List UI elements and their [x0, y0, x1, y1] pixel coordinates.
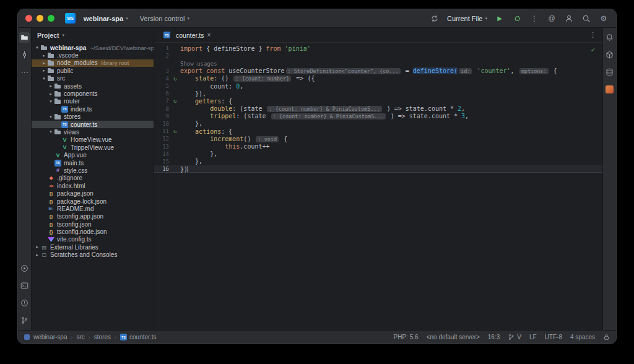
tree-item-views[interactable]: ▾views — [32, 128, 154, 136]
chevron-right-icon[interactable]: ▸ — [48, 92, 54, 97]
tree-item-tsconfig-node-json[interactable]: {}tsconfig.node.json — [32, 228, 154, 235]
code-with-me-icon[interactable]: @ — [547, 14, 557, 24]
code-token — [180, 75, 195, 82]
inspections-ok-icon[interactable]: ✓ — [591, 46, 595, 54]
chevron-down-icon[interactable]: ▾ — [48, 99, 54, 104]
gutter-action-icon[interactable]: ↻ — [170, 98, 180, 104]
tree-item-assets[interactable]: ▸assets — [32, 82, 154, 90]
git-toolwindow-icon[interactable] — [19, 315, 30, 326]
tree-item-homeview-vue[interactable]: VHomeView.vue — [32, 136, 154, 144]
code-token: defineStore( — [413, 67, 458, 74]
readonly-lock-icon[interactable] — [603, 334, 610, 340]
search-icon[interactable] — [581, 14, 591, 24]
ide-window: WS webinar-spa ▾ Version control ▾ Curre… — [17, 9, 617, 344]
tree-item-trippelview-vue[interactable]: VTrippelView.vue — [32, 144, 154, 151]
tree-item-sublabel: library root — [102, 59, 129, 66]
breadcrumb-item-counter-ts[interactable]: TScounter.ts — [120, 334, 156, 340]
settings-gear-icon[interactable]: ⚙ — [599, 14, 609, 24]
problems-toolwindow-icon[interactable] — [19, 298, 30, 308]
chevron-right-icon[interactable]: ▸ — [41, 53, 47, 58]
tree-item-label: main.ts — [64, 160, 84, 167]
database-toolwindow-icon[interactable] — [604, 67, 615, 77]
editor-pane[interactable]: 1import { defineStore } from 'pinia'2Sho… — [154, 43, 602, 330]
line-number: 9 — [154, 113, 170, 119]
chevron-down-icon[interactable]: ▾ — [41, 76, 47, 81]
caret-position-widget[interactable]: 16:3 — [488, 334, 500, 340]
tab-counter-ts[interactable]: TS counter.ts × — [157, 28, 217, 42]
default-server-widget[interactable]: <no default server> — [427, 334, 480, 340]
php-version-widget[interactable]: PHP: 5.6 — [394, 334, 419, 340]
line-number: 11 — [154, 128, 170, 134]
webstorm-logo-icon: WS — [65, 13, 76, 24]
vcs-widget[interactable]: Version control ▾ — [136, 13, 193, 24]
chevron-right-icon[interactable]: ▸ — [41, 68, 47, 73]
tab-options-icon[interactable]: ⋮ — [583, 31, 602, 39]
close-tab-icon[interactable]: × — [207, 32, 211, 38]
notifications-bell-icon[interactable] — [604, 32, 615, 43]
encoding-widget[interactable]: UTF-8 — [545, 334, 562, 340]
dependencies-toolwindow-icon[interactable] — [604, 50, 615, 60]
sync-icon[interactable] — [430, 14, 440, 24]
tree-item-components[interactable]: ▸components — [32, 90, 154, 97]
project-toolwindow-icon[interactable] — [19, 32, 30, 43]
tree-item-index-ts[interactable]: TSindex.ts — [32, 105, 154, 113]
tree-item-vite-config-ts[interactable]: vite.config.ts — [32, 236, 154, 243]
project-panel-header[interactable]: Project ▾ — [32, 28, 154, 43]
commit-toolwindow-icon[interactable] — [19, 50, 30, 60]
debug-icon[interactable] — [512, 14, 522, 24]
breadcrumb-item-webinar-spa[interactable]: webinar-spa — [33, 334, 67, 340]
breadcrumb-separator-icon: › — [115, 334, 116, 340]
tree-item-counter-ts[interactable]: TScounter.ts — [32, 121, 154, 128]
tree-item--gitignore[interactable]: ◆.gitignore — [32, 175, 154, 182]
more-toolwindows-icon[interactable]: ⋯ — [19, 67, 30, 77]
tree-item-webinar-spa[interactable]: ▾webinar-spa~/Saeid/DEV/webinar-spa — [32, 44, 154, 51]
chevron-right-icon[interactable]: ▸ — [34, 253, 40, 258]
tree-item-app-vue[interactable]: VApp.vue — [32, 151, 154, 158]
tree-item-main-ts[interactable]: TSmain.ts — [32, 159, 154, 167]
terminal-toolwindow-icon[interactable] — [19, 280, 30, 291]
git-branch-widget[interactable]: V — [508, 334, 521, 340]
more-actions-icon[interactable]: ⋮ — [529, 14, 539, 24]
tree-item-scratches-and-consoles[interactable]: ▸▢Scratches and Consoles — [32, 251, 154, 259]
tree-item-public[interactable]: ▸public — [32, 67, 154, 74]
run-toolwindow-icon[interactable] — [19, 263, 30, 274]
chevron-down-icon[interactable]: ▾ — [48, 129, 54, 134]
tree-item-node-modules[interactable]: ▸node_moduleslibrary root — [32, 59, 154, 67]
tree-item-package-lock-json[interactable]: {}package-lock.json — [32, 197, 154, 205]
tree-item-stores[interactable]: ▾stores — [32, 113, 154, 121]
tree-item-index-html[interactable]: <>index.html — [32, 182, 154, 189]
close-window-button[interactable] — [25, 15, 32, 22]
html-icon: <> — [48, 183, 54, 189]
tree-item-external-libraries[interactable]: ▸▤External Libraries — [32, 243, 154, 251]
tree-item-router[interactable]: ▾router — [32, 98, 154, 105]
project-widget[interactable]: webinar-spa ▾ — [80, 13, 132, 24]
ai-assistant-icon[interactable] — [604, 84, 615, 95]
breadcrumb-item-stores[interactable]: stores — [94, 334, 111, 340]
run-button[interactable]: ▶ — [495, 14, 505, 24]
tree-item-readme-md[interactable]: M↓README.md — [32, 205, 154, 212]
chevron-right-icon[interactable]: ▸ — [48, 84, 54, 89]
tree-item--vscode[interactable]: ▸.vscode — [32, 51, 154, 59]
json-icon: {} — [48, 190, 54, 197]
run-configuration-selector[interactable]: Current File ▾ — [447, 15, 487, 22]
chevron-right-icon[interactable]: ▸ — [34, 245, 40, 249]
show-usages-link[interactable]: Show usages — [180, 61, 217, 67]
minimize-window-button[interactable] — [37, 15, 43, 22]
line-separator-widget[interactable]: LF — [529, 334, 537, 340]
gutter-action-icon[interactable]: ↻ — [170, 76, 180, 82]
tree-item-src[interactable]: ▾src — [32, 75, 154, 82]
chevron-right-icon[interactable]: ▸ — [41, 61, 47, 66]
tree-item-label: tsconfig.node.json — [57, 228, 107, 235]
profile-icon[interactable] — [564, 14, 574, 24]
tree-item-tsconfig-app-json[interactable]: {}tsconfig.app.json — [32, 213, 154, 220]
tree-item-style-css[interactable]: #style.css — [32, 167, 154, 174]
tree-item-tsconfig-json[interactable]: {}tsconfig.json — [32, 220, 154, 228]
chevron-down-icon[interactable]: ▾ — [48, 115, 54, 119]
chevron-down-icon[interactable]: ▾ — [34, 45, 40, 50]
gutter-action-icon[interactable]: ↻ — [170, 128, 180, 134]
tree-item-package-json[interactable]: {}package.json — [32, 189, 154, 197]
breadcrumb-item-src[interactable]: src — [76, 334, 84, 340]
indent-widget[interactable]: 4 spaces — [570, 334, 595, 340]
zoom-window-button[interactable] — [48, 15, 54, 22]
status-bar: webinar-spa›src›stores›TScounter.ts PHP:… — [18, 330, 616, 344]
